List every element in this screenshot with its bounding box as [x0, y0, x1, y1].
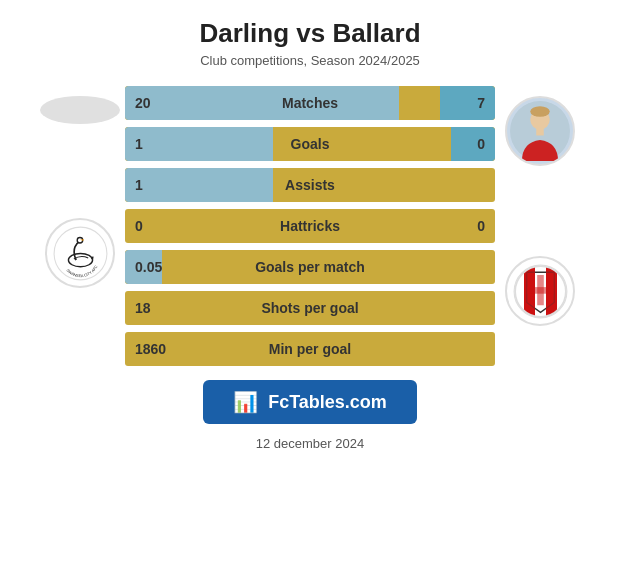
- stat-bar-row: 0.05Goals per match: [125, 250, 495, 284]
- bar-label: Min per goal: [269, 341, 351, 357]
- stats-bars: 20Matches71Goals01Assists0Hattricks00.05…: [125, 86, 495, 366]
- swansea-oval: [40, 96, 120, 124]
- bar-value-left: 1: [135, 177, 143, 193]
- swansea-logo-svg: SWANSEA CITY AFC: [53, 226, 108, 281]
- bar-value-right: 0: [477, 136, 485, 152]
- stats-section: SWANSEA CITY AFC 20Matches71Goals01Assis…: [10, 86, 610, 366]
- fctables-label: FcTables.com: [268, 392, 387, 413]
- stat-bar-row: 1860Min per goal: [125, 332, 495, 366]
- svg-rect-16: [526, 287, 554, 294]
- bar-fill-right-matches: [440, 86, 496, 120]
- sunderland-logo-svg: [513, 264, 568, 319]
- bar-value-left: 0.05: [135, 259, 162, 275]
- bar-label: Goals: [291, 136, 330, 152]
- player-photo: [505, 96, 575, 166]
- bar-value-left: 0: [135, 218, 143, 234]
- bar-value-left: 20: [135, 95, 151, 111]
- bar-value-left: 1: [135, 136, 143, 152]
- svg-point-6: [530, 106, 550, 117]
- bar-value-right: 7: [477, 95, 485, 111]
- main-container: Darling vs Ballard Club competitions, Se…: [0, 0, 620, 580]
- bar-label: Assists: [285, 177, 335, 193]
- bar-value-left: 1860: [135, 341, 166, 357]
- bar-label: Shots per goal: [261, 300, 358, 316]
- svg-point-1: [68, 253, 92, 266]
- stat-bar-row: 1Assists: [125, 168, 495, 202]
- bar-label: Hattricks: [280, 218, 340, 234]
- bar-fill-left: [125, 86, 399, 120]
- bar-label: Goals per match: [255, 259, 365, 275]
- bar-fill-left: [125, 168, 273, 202]
- stat-bar-row: 1Goals0: [125, 127, 495, 161]
- fctables-banner[interactable]: 📊 FcTables.com: [203, 380, 417, 424]
- sunderland-badge: [505, 256, 575, 326]
- bar-fill-left: [125, 127, 273, 161]
- stat-bar-row: 20Matches7: [125, 86, 495, 120]
- fctables-icon: 📊: [233, 390, 258, 414]
- footer-date: 12 december 2024: [256, 436, 364, 451]
- stat-bar-row: 18Shots per goal: [125, 291, 495, 325]
- player-silhouette-svg: [510, 101, 570, 161]
- bar-fill-right-goals: [451, 127, 495, 161]
- bar-value-left: 18: [135, 300, 151, 316]
- page-subtitle: Club competitions, Season 2024/2025: [200, 53, 420, 68]
- right-logos: [495, 86, 585, 326]
- bar-value-right: 0: [477, 218, 485, 234]
- page-title: Darling vs Ballard: [199, 18, 420, 49]
- bar-label: Matches: [282, 95, 338, 111]
- left-logos: SWANSEA CITY AFC: [35, 86, 125, 288]
- swansea-badge: SWANSEA CITY AFC: [45, 218, 115, 288]
- svg-rect-7: [536, 128, 544, 136]
- stat-bar-row: 0Hattricks0: [125, 209, 495, 243]
